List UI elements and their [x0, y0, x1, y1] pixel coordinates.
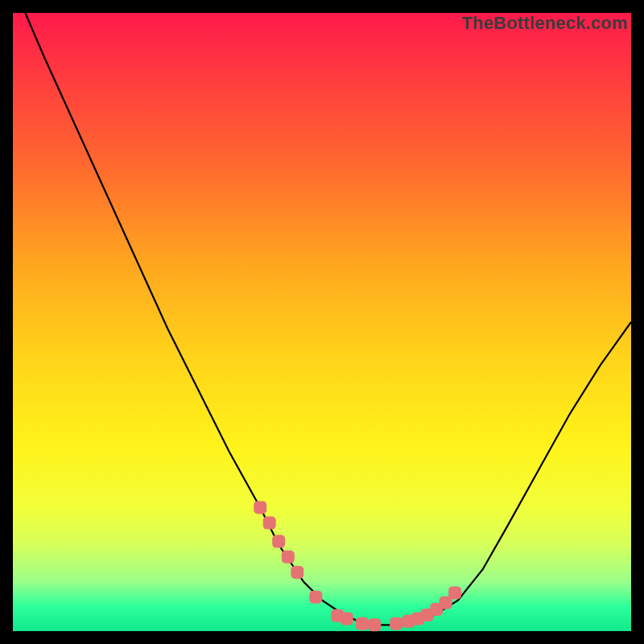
marker-dot	[390, 617, 402, 630]
marker-dot	[356, 617, 369, 630]
chart-frame: TheBottleneck.com	[0, 0, 644, 644]
highlight-markers	[254, 501, 461, 631]
marker-dot	[341, 613, 353, 625]
marker-dot	[448, 586, 461, 599]
marker-dot	[254, 501, 266, 514]
marker-dot	[282, 551, 295, 564]
marker-dot	[272, 535, 285, 548]
marker-dot	[263, 517, 276, 530]
marker-dot	[309, 591, 322, 604]
chart-svg	[13, 13, 631, 631]
marker-dot	[368, 618, 381, 631]
bottleneck-curve	[25, 13, 631, 625]
marker-dot	[291, 566, 303, 579]
plot-area: TheBottleneck.com	[13, 13, 631, 631]
